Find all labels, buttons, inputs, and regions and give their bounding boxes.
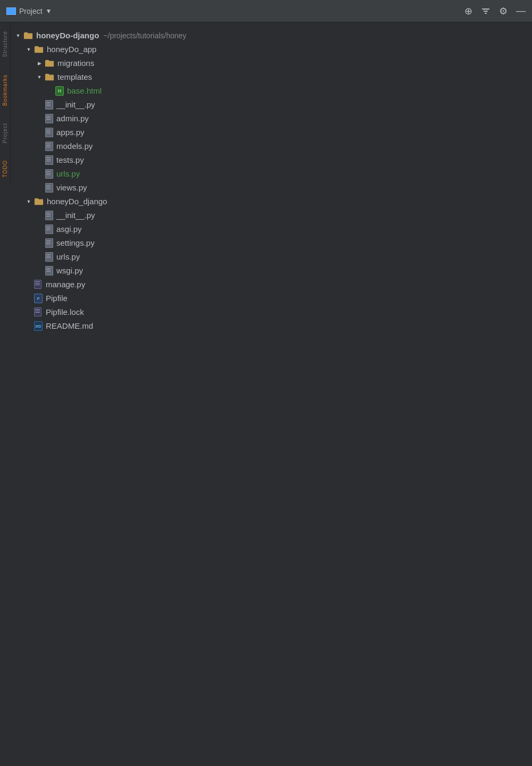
label-admin: admin.py [56, 113, 89, 124]
tree-item-urls-django[interactable]: urls.py [12, 250, 532, 264]
tree-item-migrations[interactable]: migrations [12, 56, 532, 70]
arrow-templates [35, 73, 44, 81]
tree-item-wsgi[interactable]: wsgi.py [12, 264, 532, 278]
tree-item-asgi[interactable]: asgi.py [12, 222, 532, 236]
settings-icon[interactable]: ⚙ [499, 5, 508, 17]
tree-item-honeydodjango[interactable]: honeyDo_django [12, 195, 532, 209]
label-tests: tests.py [56, 155, 84, 165]
folder-icon-root [23, 31, 33, 40]
py-file-icon-urls-app [45, 169, 53, 179]
globe-icon[interactable]: ⊕ [464, 5, 472, 17]
tree-item-admin[interactable]: admin.py [12, 112, 532, 126]
py-file-icon-init-django [45, 211, 53, 220]
label-init-app: __init__.py [56, 99, 95, 110]
project-window-icon [6, 7, 16, 15]
tree-item-models[interactable]: models.py [12, 139, 532, 153]
svg-rect-1 [484, 11, 488, 12]
minimize-icon[interactable]: — [516, 5, 526, 16]
label-root: honeyDo-django [36, 30, 99, 41]
label-templates: templates [57, 72, 92, 82]
pipfile-lock-icon [34, 307, 43, 317]
label-pipfile: Pipfile [46, 293, 68, 304]
tree-item-init-app[interactable]: __init__.py [12, 98, 532, 112]
folder-icon-honeydodjango [34, 197, 44, 206]
label-urls-django: urls.py [56, 252, 80, 262]
py-file-icon-tests [45, 155, 53, 165]
py-file-icon-models [45, 141, 53, 151]
label-settings: settings.py [56, 238, 95, 248]
arrow-migrations [35, 59, 44, 68]
folder-icon-templates [45, 73, 54, 81]
vertical-label-todo[interactable]: TODO [0, 152, 10, 186]
folder-icon-migrations [45, 59, 54, 68]
arrow-honeydodjango [24, 197, 33, 206]
label-models: models.py [56, 141, 93, 152]
title-bar-dropdown-icon[interactable]: ▼ [46, 7, 52, 15]
manage-file-icon [34, 280, 43, 289]
file-tree-panel: honeyDo-django ~/projects/tutorials/hone… [12, 22, 532, 335]
label-init-django: __init__.py [56, 210, 95, 221]
svg-rect-0 [482, 9, 489, 10]
label-asgi: asgi.py [56, 224, 82, 235]
label-wsgi: wsgi.py [56, 265, 83, 276]
svg-rect-2 [485, 13, 487, 14]
py-file-icon-urls-django [45, 252, 53, 262]
tree-item-urls-app[interactable]: urls.py [12, 167, 532, 181]
readme-icon: MD [34, 321, 43, 331]
tree-item-tests[interactable]: tests.py [12, 153, 532, 167]
label-apps: apps.py [56, 127, 85, 138]
tree-item-manage[interactable]: manage.py [12, 278, 532, 292]
py-file-icon-settings [45, 238, 53, 248]
filter-icon[interactable] [481, 6, 491, 16]
title-bar: Project ▼ ⊕ ⚙ — [0, 0, 532, 22]
title-bar-title: Project [19, 7, 43, 15]
folder-icon-honeydoapp [34, 45, 44, 54]
arrow-root [14, 31, 22, 40]
tree-item-templates[interactable]: templates [12, 70, 532, 84]
vertical-label-structure[interactable]: Structure [0, 22, 10, 66]
py-file-icon-views [45, 183, 53, 193]
py-file-icon-asgi [45, 224, 53, 234]
label-honeydodjango: honeyDo_django [47, 196, 107, 207]
py-file-icon-wsgi [45, 266, 53, 276]
tree-item-base-html[interactable]: H base.html [12, 84, 532, 98]
pipfile-icon: P [34, 294, 43, 303]
vertical-label-project[interactable]: Project [0, 114, 10, 152]
tree-item-pipfile-lock[interactable]: Pipfile.lock [12, 305, 532, 319]
side-panel-labels: Structure Bookmarks Project TODO [0, 22, 11, 186]
tree-item-settings[interactable]: settings.py [12, 236, 532, 250]
root-path: ~/projects/tutorials/honey [103, 31, 186, 40]
file-tree: honeyDo-django ~/projects/tutorials/hone… [12, 27, 532, 335]
label-pipfile-lock: Pipfile.lock [46, 307, 84, 318]
label-manage: manage.py [46, 279, 85, 290]
py-file-icon-init-app [45, 100, 53, 110]
label-honeydoapp: honeyDo_app [47, 44, 96, 55]
label-views: views.py [56, 182, 87, 193]
py-file-icon-admin [45, 114, 53, 123]
py-file-icon-apps [45, 128, 53, 137]
label-readme: README.md [46, 321, 93, 331]
tree-item-init-django[interactable]: __init__.py [12, 209, 532, 222]
tree-item-readme[interactable]: MD README.md [12, 319, 532, 333]
tree-item-apps[interactable]: apps.py [12, 126, 532, 139]
tree-item-root[interactable]: honeyDo-django ~/projects/tutorials/hone… [12, 29, 532, 43]
tree-item-views[interactable]: views.py [12, 181, 532, 195]
vertical-label-bookmarks[interactable]: Bookmarks [0, 66, 10, 114]
label-base-html: base.html [67, 86, 102, 96]
arrow-honeydoapp [24, 45, 33, 54]
label-migrations: migrations [57, 58, 94, 69]
html-file-icon: H [55, 86, 64, 96]
tree-item-pipfile[interactable]: P Pipfile [12, 292, 532, 305]
tree-item-honeydoapp[interactable]: honeyDo_app [12, 43, 532, 56]
title-bar-actions: ⊕ ⚙ — [464, 5, 526, 17]
label-urls-app: urls.py [56, 169, 80, 179]
